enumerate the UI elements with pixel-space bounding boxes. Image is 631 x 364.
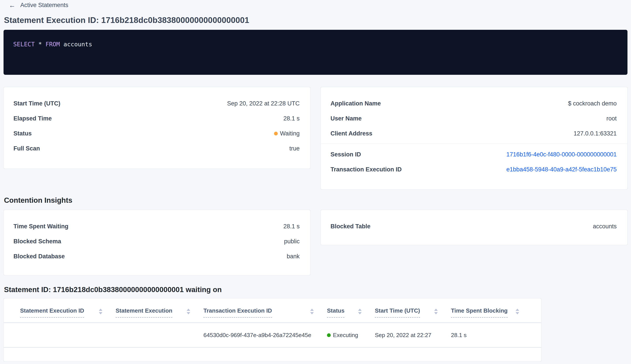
cell-transaction-execution-id: 64530d0c-969f-437e-a9b4-26a72245e45e: [204, 332, 327, 339]
contention-insights-heading: Contention Insights: [4, 196, 628, 204]
session-summary-card: Application Name $ cockroach demo User N…: [320, 87, 628, 190]
sql-statement-box: SELECT * FROM accounts: [4, 30, 628, 75]
contention-cards-row: Time Spent Waiting 28.1 s Blocked Schema…: [4, 210, 628, 275]
column-header-status: Status: [327, 307, 375, 318]
sql-star: *: [38, 41, 42, 48]
waiting-on-table-header: Statement Execution ID Statement Executi…: [4, 298, 541, 318]
info-row-blocked-table: Blocked Table accounts: [321, 219, 627, 234]
info-row-transaction-execution-id: Transaction Execution ID e1bba458-5948-4…: [321, 162, 627, 177]
user-name-value: root: [606, 115, 617, 122]
info-row-elapsed-time: Elapsed Time 28.1 s: [4, 111, 310, 126]
application-name-label: Application Name: [330, 100, 381, 107]
column-header-statement-execution-id: Statement Execution ID: [20, 307, 116, 318]
info-row-time-spent-waiting: Time Spent Waiting 28.1 s: [4, 219, 310, 234]
elapsed-time-value: 28.1 s: [283, 115, 300, 122]
sort-carets-icon[interactable]: [310, 309, 314, 314]
info-row-blocked-schema: Blocked Schema public: [4, 234, 310, 249]
info-row-start-time: Start Time (UTC) Sep 20, 2022 at 22:28 U…: [4, 96, 310, 111]
blocked-schema-label: Blocked Schema: [14, 238, 61, 245]
table-row-divider: [4, 347, 541, 348]
status-value: Waiting: [274, 130, 300, 137]
statement-details-page: ← Active Statements Statement Execution …: [0, 0, 631, 362]
waiting-on-table-card: Statement Execution ID Statement Executi…: [4, 298, 542, 362]
start-time-label: Start Time (UTC): [14, 100, 60, 107]
cell-start-time: Sep 20, 2022 at 22:27: [375, 332, 451, 339]
time-spent-waiting-label: Time Spent Waiting: [14, 223, 68, 230]
sql-statement: SELECT * FROM accounts: [13, 41, 618, 48]
sort-carets-icon[interactable]: [516, 309, 519, 314]
transaction-execution-id-label: Transaction Execution ID: [330, 166, 402, 173]
column-header-statement-execution: Statement Execution: [116, 307, 204, 318]
user-name-label: User Name: [330, 115, 362, 122]
full-scan-value: true: [289, 145, 300, 152]
status-executing-dot-icon: [327, 333, 331, 337]
session-id-label: Session ID: [330, 151, 361, 158]
start-time-column-label[interactable]: Start Time (UTC): [375, 307, 420, 318]
page-title: Statement Execution ID: 1716b218dc0b3838…: [4, 16, 628, 25]
blocked-database-label: Blocked Database: [14, 253, 65, 260]
info-row-session-id: Session ID 1716b1f6-4e0c-f480-0000-00000…: [321, 147, 627, 162]
time-spent-blocking-column-label[interactable]: Time Spent Blocking: [451, 307, 508, 318]
statement-execution-column-label[interactable]: Statement Execution: [116, 307, 172, 318]
blocked-table-label: Blocked Table: [330, 223, 370, 230]
full-scan-label: Full Scan: [14, 145, 40, 152]
sql-table-name: accounts: [64, 41, 92, 48]
info-row-status: Status Waiting: [4, 126, 310, 141]
status-waiting-text: Waiting: [280, 130, 300, 137]
sort-carets-icon[interactable]: [99, 309, 102, 314]
client-address-label: Client Address: [330, 130, 372, 137]
arrow-left-icon: ←: [9, 2, 16, 8]
statement-summary-card: Start Time (UTC) Sep 20, 2022 at 22:28 U…: [4, 87, 310, 169]
blocked-database-value: bank: [286, 253, 300, 260]
transaction-execution-id-link[interactable]: e1bba458-5948-40a9-a42f-5feac1b10e75: [506, 166, 617, 173]
status-label: Status: [14, 130, 32, 137]
info-row-blocked-database: Blocked Database bank: [4, 249, 310, 264]
info-row-client-address: Client Address 127.0.0.1:63321: [321, 126, 627, 141]
sort-carets-icon[interactable]: [358, 309, 362, 314]
status-executing-text: Executing: [333, 332, 358, 339]
sort-carets-icon[interactable]: [434, 309, 438, 314]
sql-keyword-select: SELECT: [13, 41, 35, 48]
time-spent-waiting-value: 28.1 s: [283, 223, 300, 230]
column-header-start-time: Start Time (UTC): [375, 307, 451, 318]
cell-status: Executing: [327, 332, 375, 339]
info-row-application-name: Application Name $ cockroach demo: [321, 96, 627, 111]
blocked-table-value: accounts: [593, 223, 617, 230]
session-id-link[interactable]: 1716b1f6-4e0c-f480-0000-000000000001: [506, 151, 617, 158]
table-row[interactable]: 64530d0c-969f-437e-a9b4-26a72245e45e Exe…: [4, 323, 541, 347]
cell-time-spent-blocking: 28.1 s: [451, 332, 532, 339]
info-row-full-scan: Full Scan true: [4, 141, 310, 156]
application-name-value: $ cockroach demo: [568, 100, 617, 107]
statement-execution-id-column-label[interactable]: Statement Execution ID: [20, 307, 84, 318]
column-header-transaction-execution-id: Transaction Execution ID: [204, 307, 327, 318]
blocked-table-card: Blocked Table accounts: [320, 210, 628, 245]
client-address-value: 127.0.0.1:63321: [574, 130, 617, 137]
start-time-value: Sep 20, 2022 at 22:28 UTC: [227, 100, 300, 107]
sql-keyword-from: FROM: [46, 41, 60, 48]
column-header-time-spent-blocking: Time Spent Blocking: [451, 307, 532, 318]
status-waiting-dot-icon: [274, 132, 278, 136]
contention-details-card: Time Spent Waiting 28.1 s Blocked Schema…: [4, 210, 310, 275]
elapsed-time-label: Elapsed Time: [14, 115, 52, 122]
sort-carets-icon[interactable]: [187, 309, 190, 314]
back-to-active-statements-link[interactable]: ← Active Statements: [4, 2, 68, 8]
blocked-schema-value: public: [284, 238, 300, 245]
overview-cards-row: Start Time (UTC) Sep 20, 2022 at 22:28 U…: [4, 87, 628, 190]
card-divider: [321, 144, 627, 144]
info-row-user-name: User Name root: [321, 111, 627, 126]
back-link-label: Active Statements: [20, 2, 68, 8]
status-column-label[interactable]: Status: [327, 307, 344, 318]
waiting-on-heading: Statement ID: 1716b218dc0b38380000000000…: [4, 286, 628, 294]
transaction-execution-id-column-label[interactable]: Transaction Execution ID: [204, 307, 272, 318]
